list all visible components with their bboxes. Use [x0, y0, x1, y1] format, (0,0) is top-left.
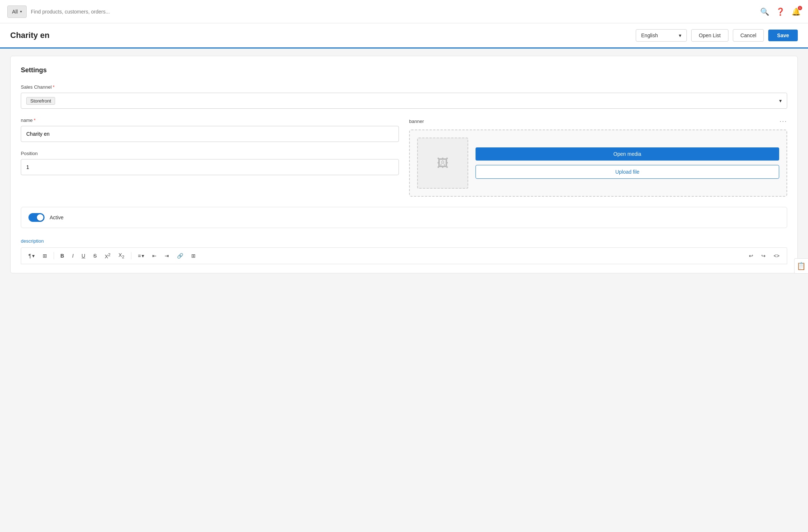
name-banner-row: name * Position banner ··· 🖼: [21, 117, 787, 197]
active-label: Active: [50, 215, 64, 220]
settings-title: Settings: [21, 66, 787, 74]
name-input[interactable]: [21, 126, 399, 142]
search-input-wrap: [31, 9, 756, 15]
banner-section: banner ··· 🖼 Open media Upload file: [409, 117, 787, 197]
help-icon[interactable]: ❓: [776, 7, 785, 16]
align-icon: ≡: [138, 253, 141, 259]
undo-button[interactable]: ↩: [746, 251, 756, 260]
search-input[interactable]: [31, 9, 756, 15]
position-label: Position: [21, 151, 399, 156]
indent-increase-button[interactable]: ⇥: [162, 251, 172, 260]
open-list-button[interactable]: Open List: [691, 29, 728, 42]
code-button[interactable]: <>: [771, 251, 782, 260]
upload-file-button[interactable]: Upload file: [476, 165, 779, 179]
sales-channel-section: Sales Channel * Storefront ▾: [21, 84, 787, 109]
sales-channel-label: Sales Channel *: [21, 84, 787, 90]
underline-icon: U: [82, 253, 85, 259]
toggle-knob: [37, 214, 43, 221]
redo-button[interactable]: ↪: [758, 251, 769, 260]
save-button[interactable]: Save: [768, 30, 798, 41]
redo-icon: ↪: [761, 253, 766, 259]
top-bar: All ▾ 🔍 ❓ 🔔 1: [0, 0, 808, 23]
banner-header: banner ···: [409, 117, 787, 125]
table-icon: ⊞: [191, 253, 196, 259]
grid-button[interactable]: ⊞: [40, 251, 50, 260]
banner-label: banner: [409, 119, 424, 124]
required-star: *: [53, 84, 55, 90]
notification-badge: 1: [798, 6, 802, 10]
active-toggle[interactable]: [28, 213, 45, 222]
open-media-button[interactable]: Open media: [476, 147, 779, 161]
page-title: Charity en: [10, 31, 50, 40]
link-icon: 🔗: [177, 253, 183, 259]
toolbar-right: ↩ ↪ <>: [746, 251, 782, 260]
sales-channel-select[interactable]: Storefront ▾: [21, 93, 787, 109]
paragraph-chevron-icon: ▾: [32, 253, 35, 259]
italic-button[interactable]: I: [69, 251, 77, 260]
sub-header: Charity en English ▾ Open List Cancel Sa…: [0, 23, 808, 49]
paragraph-icon: ¶: [28, 253, 31, 259]
undo-icon: ↩: [749, 253, 753, 259]
paragraph-button[interactable]: ¶ ▾: [26, 251, 38, 260]
name-label: name *: [21, 117, 399, 123]
indent-increase-icon: ⇥: [165, 253, 169, 259]
top-bar-icons: 🔍 ❓ 🔔 1: [760, 7, 801, 16]
underline-button[interactable]: U: [79, 251, 88, 260]
header-actions: English ▾ Open List Cancel Save: [636, 29, 798, 42]
dropdown-chevron-icon: ▾: [20, 9, 22, 14]
toolbar-divider-1: [54, 252, 54, 259]
select-chevron-icon: ▾: [779, 98, 782, 104]
description-label: description: [21, 238, 787, 244]
settings-card: Settings Sales Channel * Storefront ▾ na…: [10, 56, 798, 273]
link-button[interactable]: 🔗: [174, 251, 186, 260]
active-row: Active: [21, 207, 787, 228]
sales-channel-value: Storefront: [26, 97, 55, 105]
strikethrough-icon: S: [93, 253, 97, 259]
strikethrough-button[interactable]: S: [91, 251, 100, 260]
align-chevron-icon: ▾: [142, 253, 144, 259]
language-select[interactable]: English ▾: [636, 29, 687, 42]
toolbar-divider-2: [131, 252, 131, 259]
main-content: Settings Sales Channel * Storefront ▾ na…: [0, 49, 808, 281]
cancel-button[interactable]: Cancel: [733, 29, 764, 42]
subscript-button[interactable]: X2: [116, 251, 127, 261]
subscript-icon: X2: [119, 252, 124, 259]
language-chevron-icon: ▾: [679, 32, 681, 38]
all-dropdown[interactable]: All ▾: [7, 5, 27, 18]
grid-icon: ⊞: [43, 253, 47, 259]
description-section: description ¶ ▾ ⊞ B I U: [21, 238, 787, 264]
name-required-star: *: [34, 117, 36, 123]
language-label: English: [641, 32, 658, 38]
bold-icon: B: [61, 253, 64, 259]
search-icon[interactable]: 🔍: [760, 7, 769, 16]
notification-icon[interactable]: 🔔 1: [792, 7, 801, 16]
editor-toolbar: ¶ ▾ ⊞ B I U S: [21, 247, 787, 264]
table-button[interactable]: ⊞: [188, 251, 199, 260]
image-placeholder-icon: 🖼: [437, 157, 449, 170]
indent-decrease-icon: ⇤: [152, 253, 157, 259]
banner-preview: 🖼: [417, 138, 468, 189]
superscript-button[interactable]: X2: [102, 251, 113, 261]
more-options-icon[interactable]: ···: [780, 117, 787, 125]
bold-button[interactable]: B: [58, 251, 67, 260]
banner-buttons: Open media Upload file: [476, 147, 779, 179]
sidebar-icon: 📋: [797, 262, 806, 270]
right-sidebar-toggle[interactable]: 📋: [794, 258, 808, 274]
position-section: Position: [21, 151, 399, 175]
superscript-icon: X2: [105, 252, 111, 259]
indent-decrease-button[interactable]: ⇤: [149, 251, 159, 260]
all-label: All: [12, 9, 18, 15]
name-section: name * Position: [21, 117, 399, 197]
code-icon: <>: [774, 253, 780, 259]
italic-icon: I: [72, 253, 74, 259]
position-input[interactable]: [21, 159, 399, 175]
align-button[interactable]: ≡ ▾: [135, 251, 147, 260]
banner-upload-area: 🖼 Open media Upload file: [409, 130, 787, 197]
